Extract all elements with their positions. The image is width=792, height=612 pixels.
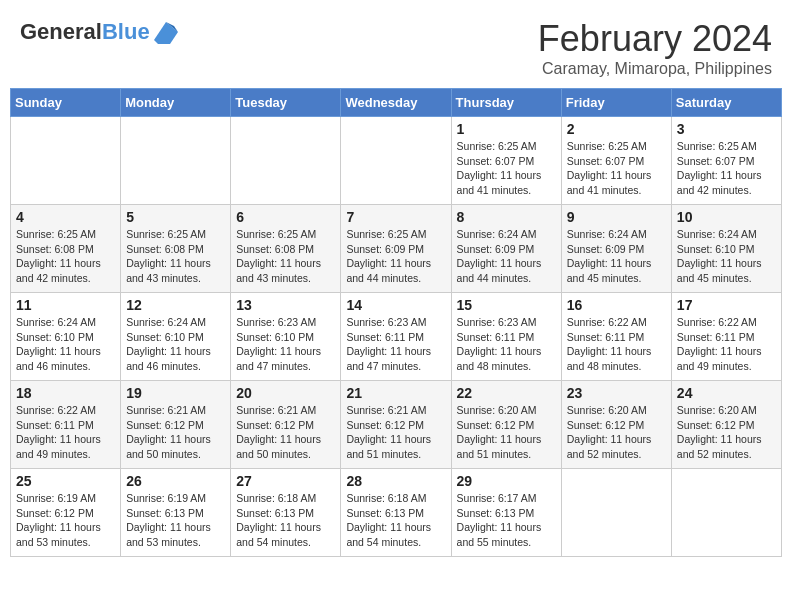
calendar-cell: 13Sunrise: 6:23 AM Sunset: 6:10 PM Dayli… bbox=[231, 293, 341, 381]
logo-text-blue: Blue bbox=[102, 19, 150, 44]
calendar-cell: 7Sunrise: 6:25 AM Sunset: 6:09 PM Daylig… bbox=[341, 205, 451, 293]
calendar-header-row: SundayMondayTuesdayWednesdayThursdayFrid… bbox=[11, 89, 782, 117]
day-info: Sunrise: 6:20 AM Sunset: 6:12 PM Dayligh… bbox=[457, 403, 556, 462]
day-info: Sunrise: 6:25 AM Sunset: 6:09 PM Dayligh… bbox=[346, 227, 445, 286]
day-info: Sunrise: 6:22 AM Sunset: 6:11 PM Dayligh… bbox=[567, 315, 666, 374]
day-number: 29 bbox=[457, 473, 556, 489]
calendar-cell: 27Sunrise: 6:18 AM Sunset: 6:13 PM Dayli… bbox=[231, 469, 341, 557]
calendar-cell: 16Sunrise: 6:22 AM Sunset: 6:11 PM Dayli… bbox=[561, 293, 671, 381]
logo-icon bbox=[152, 18, 180, 46]
calendar-cell: 25Sunrise: 6:19 AM Sunset: 6:12 PM Dayli… bbox=[11, 469, 121, 557]
day-number: 6 bbox=[236, 209, 335, 225]
day-info: Sunrise: 6:17 AM Sunset: 6:13 PM Dayligh… bbox=[457, 491, 556, 550]
calendar-cell: 29Sunrise: 6:17 AM Sunset: 6:13 PM Dayli… bbox=[451, 469, 561, 557]
calendar-table: SundayMondayTuesdayWednesdayThursdayFrid… bbox=[10, 88, 782, 557]
day-number: 5 bbox=[126, 209, 225, 225]
day-number: 21 bbox=[346, 385, 445, 401]
day-info: Sunrise: 6:19 AM Sunset: 6:13 PM Dayligh… bbox=[126, 491, 225, 550]
calendar-cell: 1Sunrise: 6:25 AM Sunset: 6:07 PM Daylig… bbox=[451, 117, 561, 205]
day-number: 28 bbox=[346, 473, 445, 489]
day-number: 9 bbox=[567, 209, 666, 225]
day-info: Sunrise: 6:22 AM Sunset: 6:11 PM Dayligh… bbox=[677, 315, 776, 374]
day-info: Sunrise: 6:24 AM Sunset: 6:09 PM Dayligh… bbox=[457, 227, 556, 286]
day-info: Sunrise: 6:25 AM Sunset: 6:08 PM Dayligh… bbox=[16, 227, 115, 286]
day-info: Sunrise: 6:22 AM Sunset: 6:11 PM Dayligh… bbox=[16, 403, 115, 462]
day-number: 14 bbox=[346, 297, 445, 313]
day-info: Sunrise: 6:23 AM Sunset: 6:10 PM Dayligh… bbox=[236, 315, 335, 374]
calendar-cell: 8Sunrise: 6:24 AM Sunset: 6:09 PM Daylig… bbox=[451, 205, 561, 293]
day-info: Sunrise: 6:21 AM Sunset: 6:12 PM Dayligh… bbox=[346, 403, 445, 462]
day-info: Sunrise: 6:25 AM Sunset: 6:07 PM Dayligh… bbox=[457, 139, 556, 198]
calendar-cell bbox=[231, 117, 341, 205]
day-info: Sunrise: 6:18 AM Sunset: 6:13 PM Dayligh… bbox=[346, 491, 445, 550]
day-info: Sunrise: 6:24 AM Sunset: 6:10 PM Dayligh… bbox=[126, 315, 225, 374]
day-of-week-header: Wednesday bbox=[341, 89, 451, 117]
day-of-week-header: Sunday bbox=[11, 89, 121, 117]
day-number: 4 bbox=[16, 209, 115, 225]
day-number: 16 bbox=[567, 297, 666, 313]
calendar-cell: 14Sunrise: 6:23 AM Sunset: 6:11 PM Dayli… bbox=[341, 293, 451, 381]
calendar-cell: 23Sunrise: 6:20 AM Sunset: 6:12 PM Dayli… bbox=[561, 381, 671, 469]
calendar-cell: 5Sunrise: 6:25 AM Sunset: 6:08 PM Daylig… bbox=[121, 205, 231, 293]
calendar-cell: 21Sunrise: 6:21 AM Sunset: 6:12 PM Dayli… bbox=[341, 381, 451, 469]
calendar-cell: 15Sunrise: 6:23 AM Sunset: 6:11 PM Dayli… bbox=[451, 293, 561, 381]
calendar-cell: 22Sunrise: 6:20 AM Sunset: 6:12 PM Dayli… bbox=[451, 381, 561, 469]
calendar-cell: 3Sunrise: 6:25 AM Sunset: 6:07 PM Daylig… bbox=[671, 117, 781, 205]
day-number: 1 bbox=[457, 121, 556, 137]
logo-text-general: General bbox=[20, 19, 102, 44]
day-of-week-header: Saturday bbox=[671, 89, 781, 117]
day-info: Sunrise: 6:21 AM Sunset: 6:12 PM Dayligh… bbox=[126, 403, 225, 462]
calendar-cell: 6Sunrise: 6:25 AM Sunset: 6:08 PM Daylig… bbox=[231, 205, 341, 293]
calendar-cell: 20Sunrise: 6:21 AM Sunset: 6:12 PM Dayli… bbox=[231, 381, 341, 469]
day-of-week-header: Tuesday bbox=[231, 89, 341, 117]
day-info: Sunrise: 6:24 AM Sunset: 6:09 PM Dayligh… bbox=[567, 227, 666, 286]
calendar-cell bbox=[121, 117, 231, 205]
day-number: 18 bbox=[16, 385, 115, 401]
day-number: 26 bbox=[126, 473, 225, 489]
day-info: Sunrise: 6:18 AM Sunset: 6:13 PM Dayligh… bbox=[236, 491, 335, 550]
day-info: Sunrise: 6:24 AM Sunset: 6:10 PM Dayligh… bbox=[677, 227, 776, 286]
day-number: 12 bbox=[126, 297, 225, 313]
day-info: Sunrise: 6:23 AM Sunset: 6:11 PM Dayligh… bbox=[457, 315, 556, 374]
day-info: Sunrise: 6:25 AM Sunset: 6:08 PM Dayligh… bbox=[236, 227, 335, 286]
logo: GeneralBlue bbox=[20, 18, 180, 46]
calendar-cell: 26Sunrise: 6:19 AM Sunset: 6:13 PM Dayli… bbox=[121, 469, 231, 557]
calendar-week-row: 4Sunrise: 6:25 AM Sunset: 6:08 PM Daylig… bbox=[11, 205, 782, 293]
day-info: Sunrise: 6:21 AM Sunset: 6:12 PM Dayligh… bbox=[236, 403, 335, 462]
calendar-cell bbox=[561, 469, 671, 557]
day-number: 27 bbox=[236, 473, 335, 489]
day-number: 8 bbox=[457, 209, 556, 225]
day-info: Sunrise: 6:23 AM Sunset: 6:11 PM Dayligh… bbox=[346, 315, 445, 374]
calendar-cell: 4Sunrise: 6:25 AM Sunset: 6:08 PM Daylig… bbox=[11, 205, 121, 293]
day-number: 20 bbox=[236, 385, 335, 401]
day-info: Sunrise: 6:25 AM Sunset: 6:07 PM Dayligh… bbox=[567, 139, 666, 198]
calendar-cell bbox=[341, 117, 451, 205]
day-number: 19 bbox=[126, 385, 225, 401]
calendar-cell: 10Sunrise: 6:24 AM Sunset: 6:10 PM Dayli… bbox=[671, 205, 781, 293]
day-info: Sunrise: 6:20 AM Sunset: 6:12 PM Dayligh… bbox=[567, 403, 666, 462]
day-number: 10 bbox=[677, 209, 776, 225]
calendar-cell: 18Sunrise: 6:22 AM Sunset: 6:11 PM Dayli… bbox=[11, 381, 121, 469]
calendar-cell: 9Sunrise: 6:24 AM Sunset: 6:09 PM Daylig… bbox=[561, 205, 671, 293]
calendar-cell: 11Sunrise: 6:24 AM Sunset: 6:10 PM Dayli… bbox=[11, 293, 121, 381]
calendar-cell: 19Sunrise: 6:21 AM Sunset: 6:12 PM Dayli… bbox=[121, 381, 231, 469]
calendar-cell: 28Sunrise: 6:18 AM Sunset: 6:13 PM Dayli… bbox=[341, 469, 451, 557]
day-info: Sunrise: 6:24 AM Sunset: 6:10 PM Dayligh… bbox=[16, 315, 115, 374]
calendar-cell: 17Sunrise: 6:22 AM Sunset: 6:11 PM Dayli… bbox=[671, 293, 781, 381]
day-number: 17 bbox=[677, 297, 776, 313]
page-header: GeneralBlue February 2024 Caramay, Mimar… bbox=[10, 10, 782, 82]
calendar-cell: 12Sunrise: 6:24 AM Sunset: 6:10 PM Dayli… bbox=[121, 293, 231, 381]
day-number: 23 bbox=[567, 385, 666, 401]
day-of-week-header: Friday bbox=[561, 89, 671, 117]
day-info: Sunrise: 6:20 AM Sunset: 6:12 PM Dayligh… bbox=[677, 403, 776, 462]
calendar-subtitle: Caramay, Mimaropa, Philippines bbox=[538, 60, 772, 78]
calendar-week-row: 11Sunrise: 6:24 AM Sunset: 6:10 PM Dayli… bbox=[11, 293, 782, 381]
calendar-title: February 2024 bbox=[538, 18, 772, 60]
day-number: 25 bbox=[16, 473, 115, 489]
day-of-week-header: Thursday bbox=[451, 89, 561, 117]
day-number: 22 bbox=[457, 385, 556, 401]
title-section: February 2024 Caramay, Mimaropa, Philipp… bbox=[538, 18, 772, 78]
day-info: Sunrise: 6:19 AM Sunset: 6:12 PM Dayligh… bbox=[16, 491, 115, 550]
day-number: 2 bbox=[567, 121, 666, 137]
day-number: 7 bbox=[346, 209, 445, 225]
